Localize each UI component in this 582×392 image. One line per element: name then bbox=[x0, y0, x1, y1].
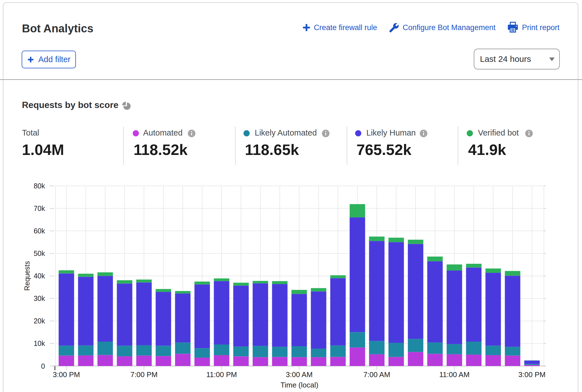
svg-text:3:00 PM: 3:00 PM bbox=[518, 370, 546, 379]
svg-text:10k: 10k bbox=[34, 339, 45, 347]
svg-text:7:00 PM: 7:00 PM bbox=[130, 370, 158, 379]
svg-text:3:00 AM: 3:00 AM bbox=[286, 370, 312, 379]
svg-text:Time (local): Time (local) bbox=[281, 381, 319, 389]
svg-text:60k: 60k bbox=[34, 227, 45, 235]
svg-text:20k: 20k bbox=[34, 317, 45, 325]
svg-text:11:00 AM: 11:00 AM bbox=[439, 370, 470, 379]
svg-text:7:00 AM: 7:00 AM bbox=[363, 370, 390, 379]
svg-text:Requests: Requests bbox=[23, 261, 31, 291]
svg-text:0: 0 bbox=[41, 362, 45, 370]
svg-text:40k: 40k bbox=[34, 272, 45, 280]
svg-text:70k: 70k bbox=[34, 204, 45, 212]
svg-text:50k: 50k bbox=[34, 249, 45, 257]
svg-text:3:00 PM: 3:00 PM bbox=[53, 370, 80, 379]
svg-text:30k: 30k bbox=[34, 294, 45, 302]
svg-text:80k: 80k bbox=[34, 182, 45, 190]
svg-text:11:00 PM: 11:00 PM bbox=[206, 370, 237, 379]
